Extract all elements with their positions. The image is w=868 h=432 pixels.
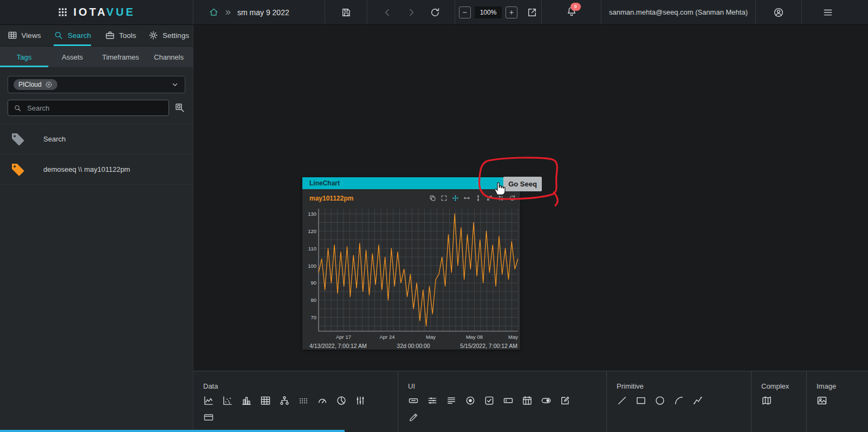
circle-icon[interactable] [655,395,665,406]
search-box [8,100,169,116]
map-icon[interactable] [761,395,772,406]
line-icon[interactable] [617,395,627,406]
app-root: IOTAVUE sm may 9 2022 100% 9 sanman [0,0,868,432]
rect-icon[interactable] [636,395,646,406]
search-input[interactable] [26,104,163,113]
zoom-out-button[interactable] [459,7,471,18]
toggle-icon[interactable] [541,395,552,406]
sidebar-item-tools[interactable]: Tools [96,24,145,46]
svg-text:Apr 17: Apr 17 [336,334,351,340]
svg-text:100: 100 [308,263,316,269]
sliders-icon[interactable] [427,395,438,406]
list-item[interactable]: demoseeq \\ may101122pm [0,154,193,185]
checkbox-icon[interactable] [484,395,495,406]
svg-text:130: 130 [308,211,316,217]
copy-icon[interactable] [429,195,436,202]
palette-section-label: Image [817,382,868,390]
card-icon[interactable] [203,412,214,423]
tools-icon [105,30,115,40]
source-dropdown[interactable]: PICloud [8,76,185,93]
search-icon [14,104,22,112]
menu-section [802,0,868,24]
move-icon[interactable] [452,195,459,202]
tree-icon[interactable] [279,395,290,406]
table-cells-icon[interactable] [260,395,271,406]
sidebar-item-search[interactable]: Search [48,24,96,46]
svg-text:May: May [508,334,518,340]
sidebar-nav: Views Search Tools Settings [0,24,193,47]
text-lines-icon[interactable] [446,395,457,406]
sidebar: Views Search Tools Settings Tags Assets … [0,24,193,432]
sidebar-tabs: Tags Assets Timeframes Channels [0,47,193,67]
image-icon[interactable] [817,395,827,406]
input-cursor-icon[interactable] [503,395,514,406]
arrow-h-icon[interactable] [463,195,470,202]
zoom-in-button[interactable] [506,7,517,18]
arrow-diag-icon[interactable] [486,195,493,202]
widget-subheader: may101122pm [302,189,520,203]
sidebar-item-views[interactable]: Views [0,24,48,46]
save-section [325,0,367,24]
refresh-icon[interactable] [509,195,516,202]
widget-header[interactable]: LineChart [302,177,520,189]
radio-icon[interactable] [465,395,476,406]
gear-icon [148,30,158,40]
saved-search-icon[interactable] [174,102,185,113]
swap-v-icon[interactable] [497,195,504,202]
linechart-widget[interactable]: LineChart may101122pm 130120110100908070… [302,177,520,350]
arrow-v-icon[interactable] [475,195,482,202]
logo-suffix: VUE [106,6,135,18]
scatter-icon[interactable] [222,395,233,406]
palette: DataUIPrimitiveComplexImage [193,371,868,432]
pencil-icon[interactable] [408,412,419,423]
filter-chip[interactable]: PICloud [14,79,57,90]
zoom-section: 100% [455,0,542,24]
back-icon[interactable] [382,7,393,18]
tab-timeframes[interactable]: Timeframes [96,47,145,67]
plus-icon [508,9,515,16]
palette-section-ui: UI [398,371,607,432]
signal-icon[interactable] [355,395,366,406]
tab-assets[interactable]: Assets [48,47,96,67]
account-icon[interactable] [773,7,784,18]
palette-section-data: Data [193,371,398,432]
tab-channels[interactable]: Channels [145,47,193,67]
dot-rows-icon[interactable] [298,395,309,406]
pencil-box-icon[interactable] [560,395,571,406]
palette-section-label: Data [203,382,398,390]
canvas[interactable]: LineChart may101122pm 130120110100908070… [193,24,868,371]
home-icon[interactable] [209,7,219,17]
expand-icon[interactable] [441,195,448,202]
hamburger-menu-icon[interactable] [822,7,833,18]
sidebar-item-settings[interactable]: Settings [145,24,193,46]
tag-icon [10,131,26,147]
list-item[interactable]: Search [0,124,193,154]
chevron-down-icon [171,80,179,89]
notifications-button[interactable]: 9 [566,6,577,19]
palette-section-complex: Complex [752,371,807,432]
breadcrumb: sm may 9 2022 [193,0,325,24]
polyline-icon[interactable] [692,395,703,406]
line-chart: 130120110100908070Apr 17Apr 24MayMay 08M… [302,205,520,342]
svg-text:May 08: May 08 [466,334,483,340]
chart-line-icon[interactable] [203,395,214,406]
refresh-icon[interactable] [430,7,441,18]
palette-icon-row [203,395,398,406]
svg-text:May: May [426,334,436,340]
bar-chart-icon[interactable] [241,395,252,406]
palette-icon-row-overflow [203,412,398,423]
palette-icon-row [761,395,806,406]
calendar-icon[interactable] [522,395,533,406]
tab-tags[interactable]: Tags [0,47,48,67]
button-icon[interactable] [408,395,419,406]
save-icon[interactable] [341,7,352,18]
gauge-icon[interactable] [317,395,328,406]
pie-icon[interactable] [336,395,347,406]
forward-icon[interactable] [406,7,417,18]
chip-close-icon[interactable] [45,81,53,88]
palette-icon-row [408,395,606,406]
topbar: IOTAVUE sm may 9 2022 100% 9 sanman [0,0,868,25]
arc-icon[interactable] [673,395,684,406]
go-seeq-button[interactable]: Go Seeq [503,177,542,191]
open-external-icon[interactable] [527,7,537,18]
